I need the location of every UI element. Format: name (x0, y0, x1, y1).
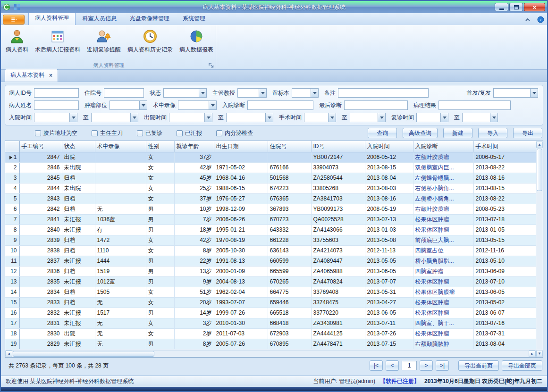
table-row[interactable]: 72841未汇报1036蓝男7岁2006-06-26670723QA002552… (5, 214, 538, 225)
help-button[interactable]: i (537, 16, 544, 23)
grid-column-header[interactable]: 手术时间 (473, 141, 538, 152)
scroll-right-icon[interactable]: ► (529, 350, 536, 357)
filter-inpatient-no-field[interactable] (104, 89, 143, 97)
app-menu-button[interactable] (3, 15, 25, 25)
query-button[interactable]: 查询 (368, 128, 397, 138)
table-row[interactable]: 182830出院无女2岁2011-07-03672903ZA4444125201… (5, 328, 538, 339)
filter-specimen-field[interactable] (292, 89, 311, 97)
grid-column-header[interactable]: 术中录像 (95, 141, 146, 152)
export-all-pages-button[interactable]: 导出全部页 (502, 360, 542, 371)
filter-discharge-to-field[interactable] (227, 113, 265, 122)
vertical-scroll-track[interactable] (536, 192, 543, 350)
filter-patient-name-field[interactable] (34, 101, 78, 109)
table-row[interactable]: 12847出院女37岁YB00721472006-05-12左额叶胶质瘤2006… (5, 152, 538, 162)
export-button[interactable]: 导出 (513, 128, 542, 138)
minimize-button[interactable] (495, 3, 508, 11)
ribbon-button-patient-data[interactable]: 病人资料 (3, 27, 31, 55)
vertical-scrollbar[interactable]: ▲ ▼ (536, 141, 543, 357)
new-button[interactable]: 新建 (443, 128, 472, 138)
tab-close-icon[interactable]: × (49, 72, 52, 79)
filter-professor-field[interactable] (238, 89, 259, 97)
filter-remark-input[interactable] (338, 88, 429, 98)
table-row[interactable]: 82840未汇报有男18岁1995-01-21643332ZA414306620… (5, 225, 538, 235)
table-row[interactable]: 42844未出院女25岁1988-06-15674223338052682013… (5, 183, 538, 193)
filter-surgery-to-field[interactable] (350, 113, 378, 122)
filter-surgery-video-input[interactable] (178, 100, 217, 110)
filter-first-recur-input[interactable] (493, 88, 538, 98)
dialog-launcher-icon[interactable] (209, 63, 214, 68)
grid-column-header[interactable]: 状态 (62, 141, 95, 152)
scroll-down-icon[interactable]: ▼ (536, 350, 543, 357)
filter-first-recur-field[interactable] (494, 89, 530, 97)
checkbox-endocrine-exam[interactable]: 内分泌检查 (216, 129, 253, 137)
dropdown-arrow-icon[interactable] (378, 113, 385, 122)
horizontal-scrollbar[interactable]: ◄ ► (5, 350, 536, 357)
filter-patient-id-input[interactable] (34, 88, 79, 98)
filter-discharge-from-input[interactable] (169, 113, 212, 122)
dropdown-arrow-icon[interactable] (530, 89, 538, 97)
filter-patient-id-field[interactable] (34, 89, 78, 97)
filter-admission-from-input[interactable] (34, 113, 77, 122)
dropdown-arrow-icon[interactable] (440, 113, 448, 122)
filter-tumor-site-field[interactable] (110, 101, 139, 109)
filter-surgery-from-field[interactable] (304, 113, 328, 122)
first-page-button[interactable]: |< (370, 360, 383, 371)
filter-admission-to-field[interactable] (92, 113, 130, 122)
filter-patient-name-input[interactable] (34, 100, 79, 110)
scroll-left-icon[interactable]: ◄ (5, 350, 12, 357)
table-row[interactable]: 22846未出院女42岁1971-05-02676166339040732013… (5, 162, 538, 173)
filter-pathology-result-input[interactable] (438, 100, 511, 110)
filter-remark-field[interactable] (338, 89, 428, 97)
filter-revisit-to-input[interactable] (462, 113, 498, 122)
filter-discharge-from-field[interactable] (169, 113, 204, 122)
next-page-button[interactable]: > (420, 360, 433, 371)
grid-column-header[interactable]: 入院诊断 (413, 141, 473, 152)
filter-surgery-from-input[interactable] (304, 113, 336, 122)
filter-admission-from-field[interactable] (34, 113, 69, 122)
table-row[interactable]: 32845归档女45岁1968-04-16501568ZA25805442013… (5, 173, 538, 183)
grid-column-header[interactable]: 就诊年龄 (174, 141, 214, 152)
filter-surgery-to-input[interactable] (350, 113, 386, 122)
filter-inpatient-no-input[interactable] (104, 88, 144, 98)
filter-revisit-from-input[interactable] (416, 113, 448, 122)
table-row[interactable]: 52843归档女37岁1976-05-27676365ZA38417032013… (5, 193, 538, 204)
table-row[interactable]: 172831未汇报无女3岁2010-01-30668418ZA343098120… (5, 318, 538, 328)
horizontal-scroll-track[interactable] (155, 350, 529, 357)
advanced-query-button[interactable]: 高级查询 (403, 128, 438, 138)
prev-page-button[interactable]: < (386, 360, 399, 371)
ribbon-button-revisit-reminder[interactable]: 近期复诊提醒 (84, 27, 124, 55)
table-row[interactable]: 152833归档无女20岁1993-07-0765944633748475201… (5, 297, 538, 308)
ribbon-tab-disc-video[interactable]: 光盘录像带管理 (124, 13, 176, 25)
dropdown-arrow-icon[interactable] (490, 113, 497, 122)
dropdown-arrow-icon[interactable] (209, 101, 216, 109)
dropdown-arrow-icon[interactable] (259, 89, 266, 97)
checkbox-film-address-empty[interactable]: 胶片地址为空 (35, 129, 77, 137)
doc-tab-patient-basic[interactable]: 病人基本资料 × (5, 69, 58, 82)
scroll-up-icon[interactable]: ▲ (536, 141, 543, 148)
export-current-page-button[interactable]: 导出当前页 (458, 360, 499, 371)
page-number-input[interactable] (402, 361, 417, 370)
table-row[interactable]: 162832未汇报1517男14岁1999-07-266655183377022… (5, 308, 538, 318)
ribbon-button-history-record[interactable]: 病人资料历史记录 (125, 27, 176, 55)
table-row[interactable]: 92839归档1472女42岁1970-08-19661228337556032… (5, 235, 538, 245)
grid-column-header[interactable]: 入院时间 (365, 141, 413, 152)
filter-admission-diagnosis-field[interactable] (248, 101, 313, 109)
dropdown-arrow-icon[interactable] (265, 113, 273, 122)
table-row[interactable]: 112837未汇报1444男22岁1991-08-13660599ZA40894… (5, 256, 538, 266)
ribbon-button-postop-report[interactable]: 术后病人汇报资料 (32, 27, 83, 55)
dropdown-arrow-icon[interactable] (139, 101, 147, 109)
filter-final-diagnosis-field[interactable] (345, 101, 407, 109)
dropdown-arrow-icon[interactable] (204, 113, 212, 122)
filter-pathology-result-field[interactable] (439, 101, 510, 109)
ribbon-tab-patient-management[interactable]: 病人资料管理 (28, 12, 76, 25)
filter-status-input[interactable] (163, 88, 207, 98)
grid-column-header[interactable]: 出生日期 (214, 141, 268, 152)
vertical-scroll-thumb[interactable] (537, 149, 542, 191)
filter-discharge-to-input[interactable] (226, 113, 273, 122)
dropdown-arrow-icon[interactable] (311, 89, 318, 97)
checkbox-reported[interactable]: 已汇报 (177, 129, 202, 137)
dropdown-arrow-icon[interactable] (199, 89, 206, 97)
checkbox-chief-surgeon[interactable]: 主任主刀 (92, 129, 123, 137)
filter-admission-diagnosis-input[interactable] (247, 100, 313, 110)
table-row[interactable]: 132835未汇报1012蓝男9岁2004-08-13670265ZA44708… (5, 276, 538, 287)
